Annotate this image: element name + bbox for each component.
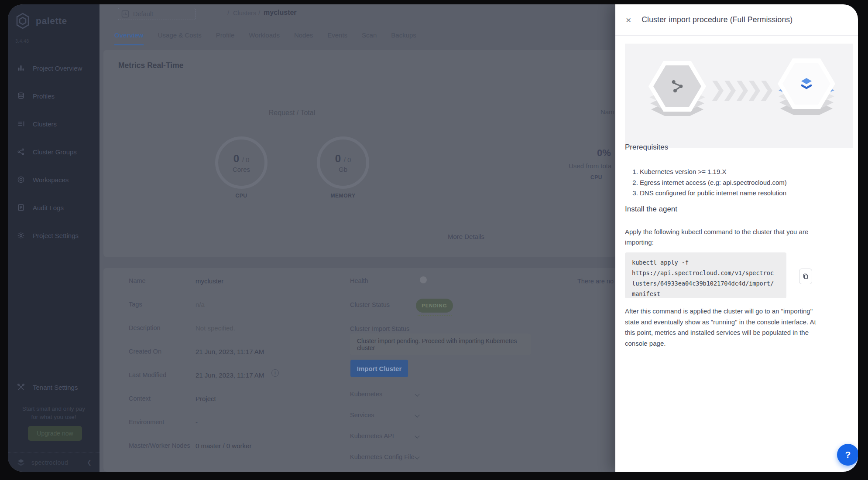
copy-icon (803, 273, 809, 279)
badge-underline (418, 315, 452, 316)
prerequisite-item: Kubernetes version >= 1.19.X (640, 167, 787, 177)
detail-row: Created On 21 Jun, 2023, 11:17 AM (129, 340, 303, 363)
usage-percent: 0% (597, 147, 611, 159)
panel-title: Cluster import procedure (Full Permissio… (642, 15, 793, 24)
expandable-row[interactable]: Kubernetes Config File (350, 446, 481, 467)
sidebar: palette 3.4.48 Project Overview Profiles (8, 4, 99, 472)
status-rows: Kubernetes Services Kubernetes API (350, 384, 481, 467)
cluster-details-card: Name mycluster Tags n/a Description Not … (103, 268, 615, 472)
breadcrumb-separator: / (227, 10, 229, 17)
close-icon[interactable]: × (626, 15, 631, 24)
prerequisites-title: Prerequisites (625, 143, 668, 152)
tab[interactable]: Scan (362, 31, 377, 45)
brand-footer: spectrocloud ❮ (8, 453, 99, 472)
upgrade-promo-text: Start small and only pay for what you us… (8, 405, 99, 421)
sidebar-item-clusters[interactable]: Clusters (8, 110, 99, 138)
sidebar-item-label: Tenant Settings (33, 384, 78, 391)
breadcrumb: Default / Clusters / mycluster (99, 8, 615, 21)
app-version: 3.4.48 (15, 38, 29, 44)
info-icon: i (271, 369, 279, 377)
palette-cluster-icon (778, 58, 835, 111)
document-icon (17, 203, 25, 212)
spectrocloud-blue-logo-icon (798, 75, 815, 92)
import-illustration (625, 44, 853, 148)
memory-donut-caption: MEMORY (330, 193, 355, 199)
code-line: https://api.spectrocloud.com/v1/spectroc (632, 268, 779, 278)
cpu-donut-caption: CPU (235, 193, 247, 199)
usage-caption: Used from tota (569, 162, 611, 170)
sidebar-item-workspaces[interactable]: Workspaces (8, 166, 99, 194)
tab[interactable]: Backups (391, 31, 416, 45)
project-selector-icon (121, 10, 130, 18)
list-icon (17, 119, 25, 128)
sidebar-item-label: Project Settings (33, 232, 79, 239)
sidebar-item-label: Profiles (33, 92, 55, 100)
kubectl-command-code: kubectl apply -fhttps://api.spectrocloud… (625, 252, 786, 298)
detail-row: Context Project (129, 387, 303, 410)
tab[interactable]: Workloads (249, 31, 280, 45)
more-details-link[interactable]: More Details (448, 233, 484, 240)
detail-rows: Name mycluster Tags n/a Description Not … (129, 269, 303, 457)
source-cluster-icon (648, 61, 706, 113)
gear-icon (17, 231, 25, 240)
breadcrumb-clusters-link[interactable]: Clusters (233, 10, 256, 17)
sidebar-item-audit-logs[interactable]: Audit Logs (8, 194, 99, 221)
tab[interactable]: Usage & Costs (158, 31, 202, 45)
breadcrumb-current: mycluster (264, 9, 297, 17)
detail-row: Master/Worker Nodes 0 master / 0 worker (129, 434, 303, 457)
network-icon (17, 147, 25, 156)
code-line: kubectl apply -f (632, 257, 779, 268)
tab[interactable]: Overview (114, 31, 144, 45)
expandable-row[interactable]: Kubernetes (350, 384, 481, 405)
palette-logo-icon (14, 12, 31, 30)
tab[interactable]: Nodes (294, 31, 313, 45)
code-line: lusters/64933ea04c39b1021704dc4d/import/ (632, 278, 779, 289)
sidebar-nav: Project Overview Profiles Clusters (8, 54, 99, 249)
code-line: manifest (632, 289, 779, 299)
project-selector[interactable]: Default (118, 8, 196, 20)
breadcrumb-separator: / (258, 10, 260, 17)
sidebar-item-tenant-settings[interactable]: Tenant Settings (8, 373, 99, 401)
metrics-card: Metrics Real-Time Request / Total 0 / 0 … (103, 50, 615, 257)
usage-metric: CPU (590, 174, 602, 180)
arrow-chevron (761, 81, 772, 101)
apply-instruction: Apply the following kubectl command to t… (625, 227, 820, 247)
collapse-sidebar-icon[interactable]: ❮ (87, 459, 92, 466)
app-window: palette 3.4.48 Project Overview Profiles (8, 4, 858, 472)
cluster-status-label: Cluster Status (350, 301, 390, 308)
memory-donut: 0 / 0 Gb (317, 136, 369, 189)
bar-chart-icon (17, 64, 25, 72)
sidebar-item-project-settings[interactable]: Project Settings (8, 221, 99, 249)
health-label: Health (350, 277, 368, 284)
sidebar-item-label: Audit Logs (33, 204, 64, 211)
sidebar-item-project-overview[interactable]: Project Overview (8, 54, 99, 82)
panel-header: × Cluster import procedure (Full Permiss… (615, 4, 858, 36)
prerequisites-list: Kubernetes version >= 1.19.XEgress inter… (625, 167, 787, 199)
help-button[interactable]: ? (837, 444, 858, 466)
expandable-row[interactable]: Kubernetes API (350, 426, 481, 446)
layers-icon (17, 92, 25, 100)
chevron-down-icon (415, 391, 419, 396)
health-status-dot (420, 276, 427, 283)
after-command-note: After this command is applied the cluste… (625, 306, 820, 349)
upgrade-now-button[interactable]: Upgrade now (28, 426, 82, 441)
target-icon (17, 175, 25, 184)
prerequisite-item: DNS configured for public internet name … (640, 188, 787, 199)
project-name: Default (133, 10, 153, 17)
copy-button[interactable] (799, 269, 812, 284)
sidebar-item-label: Project Overview (33, 65, 82, 72)
spectrocloud-logo-icon (16, 457, 26, 468)
sidebar-item-label: Clusters (33, 120, 57, 128)
import-cluster-button[interactable]: Import Cluster (350, 360, 408, 377)
expandable-row[interactable]: Services (350, 405, 481, 426)
chevron-down-icon (415, 454, 419, 459)
cluster-tabs: Overview Usage & Costs Profile Workloads… (114, 31, 416, 45)
sidebar-item-cluster-groups[interactable]: Cluster Groups (8, 138, 99, 166)
sidebar-item-profiles[interactable]: Profiles (8, 82, 99, 110)
arrow-chevron (712, 81, 724, 101)
tab[interactable]: Profile (216, 31, 235, 45)
cluster-import-status-label: Cluster Import Status (350, 325, 409, 332)
tab[interactable]: Events (327, 31, 347, 45)
side-note-clipped: There are no (577, 278, 614, 285)
detail-row: Description Not specified. (129, 316, 303, 340)
